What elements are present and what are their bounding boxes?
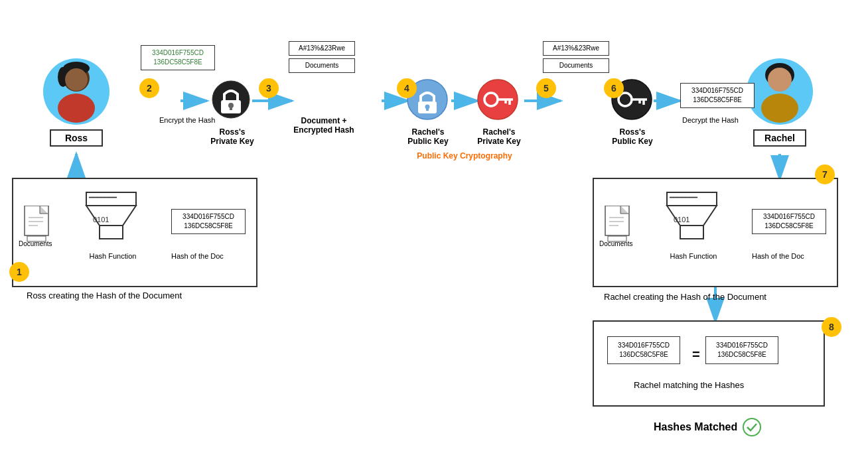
svg-rect-30 [100, 226, 123, 239]
step-5-circle: 5 [536, 78, 556, 98]
svg-text:━━━━━━━: ━━━━━━━ [669, 194, 698, 201]
doc-icon-1 [23, 206, 53, 242]
ross-private-key-icon [211, 78, 251, 124]
rachel-name-box: Rachel [753, 129, 806, 147]
step-6-circle: 6 [604, 78, 624, 98]
decrypted-hash-box: 334D016F755CD 136DC58C5F8E [680, 83, 755, 108]
svg-rect-23 [25, 206, 48, 235]
ross-caption: Ross creating the Hash of the Document [27, 291, 182, 300]
svg-rect-36 [230, 105, 232, 110]
rachels-private-key-label: Rachel's Private Key [475, 127, 523, 146]
hash-output-1: 334D016F755CD 136DC58C5F8E [171, 209, 246, 234]
step-7-circle: 7 [815, 164, 835, 184]
svg-point-21 [768, 68, 792, 92]
rachels-private-key-icon [476, 78, 520, 124]
step-2-circle: 2 [139, 78, 159, 98]
step-4-circle: 4 [397, 78, 417, 98]
step-1-box: Documents 0101 ━━━━━━━ Hash Function 334… [12, 178, 257, 287]
check-icon [743, 418, 761, 436]
encrypted-hash-box: A#13%&23Rwe [289, 41, 355, 56]
public-key-crypto-label: Public Key Cryptography [398, 151, 531, 161]
svg-point-19 [65, 68, 88, 91]
doc-encrypted-label: Document + Encrypted Hash [291, 116, 357, 135]
svg-text:0101: 0101 [93, 216, 109, 224]
hash-function-1: 0101 ━━━━━━━ [80, 189, 143, 249]
hash-function-label-7: Hash Function [667, 252, 720, 260]
svg-point-18 [58, 94, 95, 123]
step-1-circle: 1 [9, 262, 29, 282]
step-3-circle: 3 [259, 78, 279, 98]
svg-rect-58 [680, 226, 703, 239]
svg-rect-40 [426, 107, 429, 111]
match-hash-left: 334D016F755CD 136DC58C5F8E [607, 336, 680, 364]
match-hash-right: 334D016F755CD 136DC58C5F8E [705, 336, 778, 364]
rachels-public-key-label: Rachel's Public Key [405, 127, 451, 146]
doc-label-1: Documents [19, 240, 52, 247]
ross-public-key-label: Ross's Public Key [609, 127, 656, 146]
svg-text:0101: 0101 [674, 216, 689, 224]
hashes-matched-container: Hashes Matched [654, 418, 761, 436]
hash-function-7: 0101 ━━━━━━━ [660, 189, 723, 249]
doc-icon-7 [604, 206, 634, 242]
step-7-box: Documents 0101 ━━━━━━━ Hash Function 334… [593, 178, 838, 287]
rachel-caption: Rachel creating the Hash of the Document [604, 292, 766, 302]
svg-text:━━━━━━━: ━━━━━━━ [88, 194, 117, 201]
hash-output-7: 334D016F755CD 136DC58C5F8E [752, 209, 826, 234]
documents-box-step3: Documents [289, 58, 355, 73]
ross-name-box: Ross [50, 129, 103, 147]
ross-private-key-label: Ross's Private Key [209, 127, 255, 146]
decrypt-label: Decrypt the Hash [682, 116, 739, 124]
encrypted-hash-box-5: A#13%&23Rwe [543, 41, 609, 56]
svg-point-22 [761, 94, 798, 123]
matching-caption: Rachel matching the Hashes [634, 380, 744, 390]
equals-sign: = [692, 347, 700, 362]
svg-rect-51 [605, 206, 629, 235]
hash-box-step2: 334D016F755CD 136DC58C5F8E [141, 45, 215, 70]
documents-box-step5: Documents [543, 58, 609, 73]
diagram-container: Ross Rachel 1 Documents [0, 0, 868, 457]
hash-function-label-1: Hash Function [86, 252, 139, 260]
step-8-circle: 8 [822, 317, 841, 337]
encrypt-label: Encrypt the Hash [159, 116, 215, 124]
hash-of-doc-label-7: Hash of the Doc [752, 252, 804, 260]
svg-point-61 [743, 419, 760, 436]
matching-box: 334D016F755CD 136DC58C5F8E = 334D016F755… [593, 320, 825, 407]
doc-label-7: Documents [599, 240, 633, 247]
rachel-avatar [747, 58, 813, 125]
hash-of-doc-label-1: Hash of the Doc [171, 252, 224, 260]
ross-avatar [43, 58, 109, 125]
hashes-matched-label: Hashes Matched [654, 421, 737, 433]
